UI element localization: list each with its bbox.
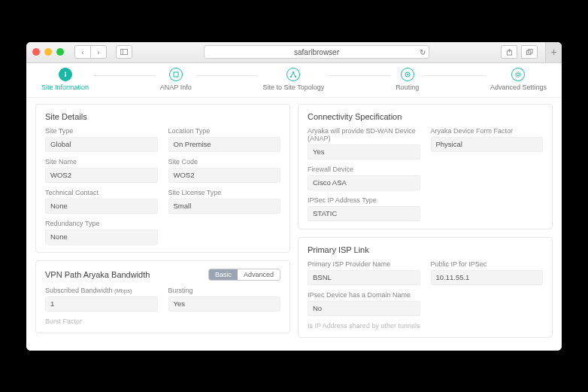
field-burst-factor-label: Burst Factor [45, 318, 280, 325]
field-value[interactable]: Yes [308, 144, 420, 160]
field-value[interactable]: STATIC [308, 206, 420, 221]
field-site-code: Site Code WOS2 [168, 158, 281, 183]
field-ipsec-domain: IPsec Device has a Domain Name No [308, 291, 420, 316]
step-site-to-site[interactable]: Site to Site Topology [258, 68, 329, 91]
field-value[interactable]: WOS2 [45, 168, 158, 183]
seg-advanced[interactable]: Advanced [238, 269, 280, 280]
field-bursting: Bursting Yes [168, 287, 281, 311]
field-value[interactable]: WOS2 [168, 168, 281, 183]
back-button[interactable]: ‹ [74, 45, 91, 59]
field-site-type: Site Type Global [45, 127, 158, 152]
field-label: Site Code [168, 158, 281, 166]
browser-window: ‹ › safaribrowser ↻ + [26, 42, 562, 351]
field-form-factor: Aryaka Device Form Factor Physical [431, 127, 544, 160]
field-label: Subscribed Bandwidth (Mbps) [45, 287, 158, 294]
page-content: Site Information ANAP Info Site to Site … [26, 63, 562, 351]
field-technical-contact: Technical Contact None [45, 189, 158, 214]
step-label: Routing [396, 84, 419, 91]
field-location-type: Location Type On Premise [168, 127, 281, 152]
svg-rect-0 [121, 49, 128, 54]
nav-buttons: ‹ › [74, 45, 107, 59]
device-icon [169, 68, 183, 81]
step-label: Site Information [41, 84, 89, 91]
field-value[interactable]: On Premise [168, 137, 281, 152]
routing-icon [401, 68, 414, 81]
field-ip-shared-label: Is IP Address shared by other tunnels [308, 322, 543, 330]
svg-rect-7 [65, 74, 66, 77]
svg-rect-8 [174, 72, 178, 77]
field-value[interactable]: Global [45, 137, 158, 152]
maximize-window-button[interactable] [56, 48, 64, 56]
field-value[interactable]: None [45, 229, 158, 245]
step-label: Site to Site Topology [262, 84, 324, 91]
panels: Site Details Site Type Global Location T… [26, 98, 562, 351]
card-title: Primary ISP Link [308, 245, 543, 254]
field-value[interactable]: Cisco ASA [308, 175, 420, 190]
seg-basic[interactable]: Basic [209, 269, 238, 280]
field-label: Aryaka will provide SD-WAN Device (ANAP) [308, 127, 420, 142]
field-label: Primary ISP Provider Name [308, 260, 420, 268]
card-title: Site Details [45, 112, 280, 121]
field-value[interactable]: No [308, 301, 420, 316]
share-button[interactable] [501, 45, 517, 59]
field-subscribed-bandwidth: Subscribed Bandwidth (Mbps) 1 [45, 287, 158, 311]
step-advanced-settings[interactable]: Advanced Settings [486, 68, 551, 91]
wizard-stepper: Site Information ANAP Info Site to Site … [26, 63, 562, 98]
field-label: Firewall Device [308, 166, 420, 173]
svg-point-6 [65, 71, 66, 73]
step-anap-info[interactable]: ANAP Info [156, 68, 196, 91]
titlebar: ‹ › safaribrowser ↻ + [26, 42, 562, 63]
site-details-card: Site Details Site Type Global Location T… [35, 104, 290, 253]
primary-isp-card: Primary ISP Link Primary ISP Provider Na… [298, 237, 553, 338]
field-value[interactable]: 10.11.55.1 [431, 270, 544, 285]
field-label: Site License Type [168, 189, 281, 196]
tabs-button[interactable] [521, 45, 538, 59]
field-site-name: Site Name WOS2 [45, 158, 158, 183]
field-label: Technical Contact [45, 189, 158, 196]
address-bar-wrap: safaribrowser ↻ [137, 45, 496, 59]
field-anap-provide: Aryaka will provide SD-WAN Device (ANAP)… [308, 127, 420, 160]
sidebar-toggle-button[interactable] [116, 45, 132, 59]
field-value[interactable]: BSNL [308, 270, 420, 285]
field-label: Site Type [45, 127, 158, 135]
connectivity-card: Connectivity Specification Aryaka will p… [298, 104, 553, 229]
svg-rect-4 [526, 50, 530, 54]
bandwidth-mode-toggle[interactable]: Basic Advanced [208, 269, 280, 281]
svg-line-12 [291, 72, 293, 77]
field-value[interactable]: Yes [168, 296, 281, 311]
minimize-window-button[interactable] [44, 48, 52, 56]
card-title: VPN Path Aryaka Bandwidth Basic Advanced [45, 269, 280, 281]
reload-icon[interactable]: ↻ [420, 48, 426, 56]
window-controls [32, 48, 64, 56]
svg-line-13 [293, 72, 296, 77]
svg-point-16 [517, 73, 520, 76]
field-isp-provider: Primary ISP Provider Name BSNL [308, 260, 420, 285]
new-tab-button[interactable]: + [545, 42, 562, 63]
close-window-button[interactable] [32, 48, 40, 56]
field-value[interactable]: 1 [45, 296, 158, 311]
address-text: safaribrowser [294, 48, 339, 56]
field-label: Bursting [168, 287, 281, 294]
info-icon [59, 68, 72, 81]
field-label: Location Type [168, 127, 281, 135]
svg-point-15 [407, 74, 408, 75]
toolbar-right [501, 45, 538, 59]
field-value[interactable]: Physical [431, 137, 544, 152]
left-column: Site Details Site Type Global Location T… [35, 104, 290, 345]
field-label: Redundancy Type [45, 220, 158, 227]
topology-icon [286, 68, 300, 81]
step-routing[interactable]: Routing [391, 68, 423, 91]
address-bar[interactable]: safaribrowser ↻ [204, 45, 429, 59]
card-title: Connectivity Specification [308, 112, 543, 121]
right-column: Connectivity Specification Aryaka will p… [298, 104, 553, 345]
field-redundancy-type: Redundancy Type None [45, 220, 158, 245]
field-value[interactable]: None [45, 199, 158, 214]
step-site-information[interactable]: Site Information [37, 68, 93, 91]
gear-icon [511, 68, 525, 81]
field-value[interactable]: Small [168, 199, 281, 214]
field-label: Aryaka Device Form Factor [431, 127, 544, 135]
field-label: IPSec IP Address Type [308, 196, 420, 204]
forward-button[interactable]: › [90, 45, 107, 59]
card-title-text: VPN Path Aryaka Bandwidth [45, 270, 150, 279]
field-label: Public IP for IPSec [431, 260, 544, 268]
